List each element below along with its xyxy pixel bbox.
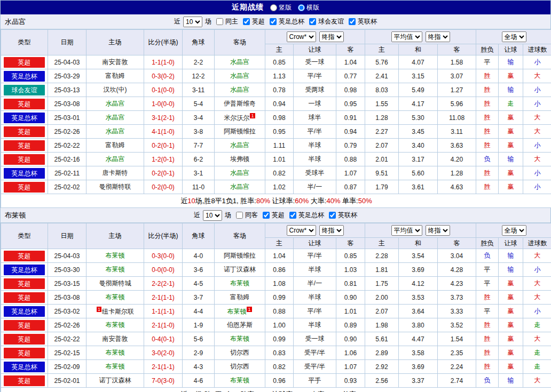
score-cell[interactable]: 1-1(1-1) xyxy=(144,305,183,318)
team-name: 水晶宫 xyxy=(5,17,26,27)
team-link[interactable]: 布莱顿 xyxy=(106,252,125,259)
team-link[interactable]: 水晶宫 xyxy=(230,86,249,93)
summary-value: 40% xyxy=(326,197,340,205)
score-cell[interactable]: 1-1(1-0) xyxy=(144,55,183,69)
score-cell[interactable]: 3-0(2-0) xyxy=(144,346,183,360)
same-venue-checkbox[interactable] xyxy=(216,18,223,25)
league-filter-checkbox[interactable] xyxy=(289,212,296,219)
odds-source-select[interactable]: 全场 xyxy=(502,31,526,42)
team-link[interactable]: 曼彻斯特联 xyxy=(99,183,131,190)
team-link[interactable]: 埃弗顿 xyxy=(230,155,249,163)
team-link[interactable]: 布莱顿 xyxy=(106,266,125,273)
layout-option-horizontal[interactable]: 横版 xyxy=(298,3,319,12)
score-cell[interactable]: 0-0(0-0) xyxy=(144,263,183,277)
result-cell: 赢 xyxy=(499,277,523,291)
team-link[interactable]: 唐卡斯特 xyxy=(103,169,128,177)
column-header: 类型 xyxy=(1,223,48,249)
team-link[interactable]: 富勒姆 xyxy=(106,141,125,149)
league-filter-checkbox[interactable] xyxy=(349,18,356,25)
score-cell[interactable]: 2-1(1-1) xyxy=(144,291,183,305)
score-cell[interactable]: 2-2(2-1) xyxy=(144,277,183,291)
team-link[interactable]: 诺丁汉森林 xyxy=(99,377,131,384)
team-link[interactable]: 纽卡斯尔联 xyxy=(102,308,134,315)
horizontal-layout-radio[interactable] xyxy=(298,4,305,11)
team-link[interactable]: 布莱顿 xyxy=(227,308,246,315)
odds-source-select[interactable]: 终指 xyxy=(426,225,450,236)
match-count-select[interactable]: 10 xyxy=(183,17,202,27)
score-cell[interactable]: 0-3(0-0) xyxy=(144,249,183,263)
team-link[interactable]: 曼彻斯特城 xyxy=(99,279,131,287)
layout-option-vertical[interactable]: 竖版 xyxy=(270,3,292,12)
team-link[interactable]: 布莱顿 xyxy=(106,349,125,356)
odds-source-select[interactable]: 平均值 xyxy=(391,31,422,42)
team-link[interactable]: 水晶宫 xyxy=(230,169,249,177)
team-link[interactable]: 水晶宫 xyxy=(230,141,249,149)
team-link[interactable]: 水晶宫 xyxy=(230,183,249,190)
league-cell: 英超 xyxy=(1,374,48,388)
odds-source-select[interactable]: 终指 xyxy=(319,225,344,236)
odds-source-select[interactable]: Crow* xyxy=(287,31,316,42)
team-link[interactable]: 切尔西 xyxy=(230,349,249,356)
odds-cell: 受一球 xyxy=(294,55,336,69)
team-link[interactable]: 阿斯顿维拉 xyxy=(224,127,256,135)
team-link[interactable]: 伯恩茅斯 xyxy=(227,321,253,329)
score-cell[interactable]: 0-2(0-1) xyxy=(144,166,183,180)
team-link[interactable]: 伊普斯维奇 xyxy=(224,100,256,107)
team-link[interactable]: 诺丁汉森林 xyxy=(224,266,256,273)
score-cell[interactable]: 0-2(0-1) xyxy=(144,139,183,153)
match-count-select[interactable]: 10 xyxy=(203,210,222,221)
score-cell[interactable]: 0-3(0-2) xyxy=(144,69,183,83)
team-link[interactable]: 水晶宫 xyxy=(106,114,125,121)
score-cell[interactable]: 4-1(1-0) xyxy=(144,125,183,139)
team-link[interactable]: 米尔沃尔 xyxy=(224,114,249,122)
odds-source-select[interactable]: 终指 xyxy=(319,31,344,42)
league-filter-checkbox[interactable] xyxy=(329,212,336,219)
odds-cell: 5.61 xyxy=(365,332,399,346)
odds-source-select[interactable]: 全场 xyxy=(502,225,526,236)
odds-source-select[interactable]: 平均值 xyxy=(391,225,422,236)
team-link[interactable]: 切尔西 xyxy=(230,363,249,370)
league-filter-checkbox[interactable] xyxy=(263,212,270,219)
odds-source-select[interactable]: 终指 xyxy=(426,31,450,42)
team-link[interactable]: 富勒姆 xyxy=(106,72,125,79)
team-link[interactable]: 布莱顿 xyxy=(230,279,249,287)
league-filter-checkbox[interactable] xyxy=(309,18,316,25)
odds-source-select[interactable]: Crow* xyxy=(287,225,316,236)
odds-cell: 3.04 xyxy=(438,249,476,263)
team-link[interactable]: 布莱顿 xyxy=(106,363,125,370)
team-link[interactable]: 水晶宫 xyxy=(106,100,125,107)
team-link[interactable]: 南安普敦 xyxy=(103,58,128,66)
team-link[interactable]: 水晶宫 xyxy=(106,155,125,163)
score-cell[interactable]: 0-4(0-1) xyxy=(144,332,183,346)
team-link[interactable]: 水晶宫 xyxy=(230,72,249,79)
same-venue-checkbox[interactable] xyxy=(236,212,243,219)
team-link[interactable]: 富勒姆 xyxy=(230,293,249,301)
team-link[interactable]: 布莱顿 xyxy=(230,377,249,384)
team-link[interactable]: 汉坎(中) xyxy=(104,86,127,93)
team-link[interactable]: 布莱顿 xyxy=(106,321,125,329)
home-team-cell: 水晶宫 xyxy=(86,97,144,111)
team-link[interactable]: 布莱顿 xyxy=(230,335,249,342)
team-link[interactable]: 水晶宫 xyxy=(106,127,125,135)
result-cell: 小 xyxy=(523,305,551,318)
score-cell[interactable]: 2-1(1-0) xyxy=(144,318,183,332)
result-cell: 平 xyxy=(476,55,499,69)
score-cell[interactable]: 7-0(3-0) xyxy=(144,374,183,388)
team-link[interactable]: 南安普敦 xyxy=(103,335,128,342)
league-cell: 英足总杯 xyxy=(1,360,48,374)
score-cell[interactable]: 3-1(2-1) xyxy=(144,111,183,125)
team-link[interactable]: 阿斯顿维拉 xyxy=(224,252,256,259)
score-cell[interactable]: 1-2(0-1) xyxy=(144,153,183,166)
vertical-layout-radio[interactable] xyxy=(270,4,277,11)
odds-cell: 平/半 xyxy=(294,125,336,139)
away-team-cell: 伯恩茅斯 xyxy=(215,318,265,332)
score-cell[interactable]: 0-2(0-0) xyxy=(144,180,183,194)
score-cell[interactable]: 1-0(0-0) xyxy=(144,97,183,111)
odds-cell: 4.07 xyxy=(399,55,438,69)
league-filter-checkbox[interactable] xyxy=(243,18,250,25)
league-filter-checkbox[interactable] xyxy=(270,18,277,25)
team-link[interactable]: 布莱顿 xyxy=(106,293,125,301)
score-cell[interactable]: 0-1(0-0) xyxy=(144,83,183,97)
score-cell[interactable]: 2-1(1-1) xyxy=(144,360,183,374)
team-link[interactable]: 水晶宫 xyxy=(230,58,249,66)
